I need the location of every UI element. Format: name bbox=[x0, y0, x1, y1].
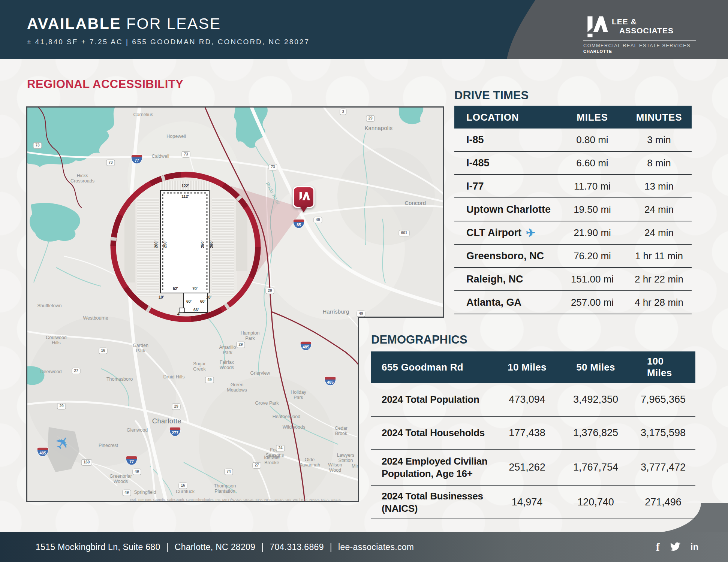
us-highway-shield-24: 24 bbox=[276, 445, 285, 451]
demographics-table: 2024 Total Population473,0943,492,3507,9… bbox=[371, 383, 695, 519]
footer-website[interactable]: lee-associates.com bbox=[338, 542, 414, 552]
demographic-value: 7,965,365 bbox=[641, 394, 686, 405]
twitter-icon[interactable] bbox=[670, 542, 681, 552]
column-10-miles: 10 Miles bbox=[508, 362, 547, 373]
drive-time-location: Greensboro, NC bbox=[466, 250, 544, 262]
us-highway-shield-29: 29 bbox=[57, 403, 66, 410]
drive-time-miles: 11.70 mi bbox=[574, 181, 611, 192]
column-50-miles: 50 Miles bbox=[576, 362, 615, 373]
us-highway-shield-73: 73 bbox=[33, 142, 42, 149]
drive-time-location: CLT Airport✈ bbox=[466, 226, 535, 239]
demographic-value: 14,974 bbox=[512, 496, 543, 508]
dimension-label: 260' bbox=[209, 241, 214, 248]
us-highway-shield-49: 49 bbox=[357, 311, 365, 317]
drive-time-minutes: 24 min bbox=[644, 227, 674, 239]
footer-separator: | bbox=[166, 542, 169, 552]
title-for-lease: FOR LEASE bbox=[121, 15, 221, 32]
property-pin[interactable] bbox=[293, 186, 315, 215]
drive-time-miles: 6.60 mi bbox=[576, 157, 608, 169]
title-block: AVAILABLE FOR LEASE ± 41,840 SF + 7.25 A… bbox=[27, 15, 310, 46]
flyer-page: AVAILABLE FOR LEASE ± 41,840 SF + 7.25 A… bbox=[0, 0, 728, 562]
pin-tail bbox=[300, 206, 307, 212]
section-title: REGIONAL ACCESSIBILITY bbox=[27, 78, 183, 91]
drive-time-miles: 21.90 mi bbox=[574, 227, 611, 239]
lee-associates-logo: LEE & ASSOCIATES COMMERCIAL REAL ESTATE … bbox=[583, 15, 703, 54]
page-title: AVAILABLE FOR LEASE bbox=[27, 15, 310, 33]
logo-tagline: COMMERCIAL REAL ESTATE SERVICES bbox=[583, 43, 703, 48]
drive-time-minutes: 1 hr 11 min bbox=[635, 250, 683, 262]
demographics-table-header: 655 Goodman Rd 10 Miles 50 Miles 100 Mil… bbox=[371, 351, 695, 383]
linkedin-icon[interactable]: in bbox=[691, 542, 699, 552]
drive-time-row: I-850.80 mi3 min bbox=[454, 129, 692, 152]
drive-time-miles: 0.80 mi bbox=[576, 134, 608, 146]
dimension-label: 260' bbox=[154, 241, 158, 248]
logo-office: CHARLOTTE bbox=[583, 49, 703, 54]
dimension-label: 250' bbox=[200, 241, 205, 248]
header: AVAILABLE FOR LEASE ± 41,840 SF + 7.25 A… bbox=[0, 0, 728, 59]
us-highway-shield-49: 49 bbox=[205, 377, 214, 383]
demographic-label: 2024 Employed Civilian Population, Age 1… bbox=[382, 455, 498, 480]
site-plan-inset: 122'112'260'250'250'260'52'70'10'10'60'6… bbox=[113, 175, 258, 326]
dimension-label: 10' bbox=[206, 295, 211, 299]
footer-address: 1515 Mockingbird Ln, Suite 680 bbox=[36, 542, 160, 552]
logo-line1: LEE & bbox=[612, 17, 674, 26]
dimension-label: 66' bbox=[193, 308, 199, 312]
drive-times-table: I-850.80 mi3 minI-4856.60 mi8 minI-7711.… bbox=[454, 129, 692, 314]
drive-time-location: I-77 bbox=[466, 181, 484, 192]
us-highway-shield-73: 73 bbox=[181, 151, 190, 158]
la-pin-monogram-icon bbox=[297, 191, 310, 203]
demographic-value: 251,262 bbox=[509, 462, 545, 473]
column-location: LOCATION bbox=[466, 111, 519, 123]
us-highway-shield-27: 27 bbox=[252, 462, 261, 469]
dimension-label: 70' bbox=[192, 286, 198, 291]
column-address: 655 Goodman Rd bbox=[382, 362, 463, 373]
demographic-value: 1,376,825 bbox=[573, 427, 618, 439]
drive-time-row: I-7711.70 mi13 min bbox=[454, 175, 692, 198]
demographic-value: 1,767,754 bbox=[573, 462, 618, 473]
facebook-icon[interactable]: f bbox=[656, 541, 660, 553]
drive-time-row: Greensboro, NC76.20 mi1 hr 11 min bbox=[454, 245, 692, 268]
footer-city: Charlotte, NC 28209 bbox=[175, 542, 255, 552]
demographic-value: 3,777,472 bbox=[641, 462, 686, 473]
demographics-heading: DEMOGRAPHICS bbox=[371, 333, 467, 347]
airplane-icon: ✈ bbox=[526, 226, 535, 239]
drive-time-row: I-4856.60 mi8 min bbox=[454, 152, 692, 175]
footer-contact: 1515 Mockingbird Ln, Suite 680 | Charlot… bbox=[36, 542, 414, 552]
us-highway-shield-73: 73 bbox=[106, 160, 115, 166]
footer-separator: | bbox=[330, 542, 332, 552]
us-highway-shield-29: 29 bbox=[236, 342, 245, 348]
us-highway-shield-27: 27 bbox=[72, 368, 80, 374]
us-highway-shield-160: 160 bbox=[81, 459, 92, 466]
us-highway-shield-16: 16 bbox=[99, 348, 107, 354]
drive-time-row: CLT Airport✈21.90 mi24 min bbox=[454, 221, 692, 245]
dimension-label: 250' bbox=[163, 241, 167, 248]
dimension-label: 52' bbox=[173, 286, 178, 291]
demographic-value: 3,175,598 bbox=[641, 427, 686, 439]
drive-time-miles: 19.50 mi bbox=[574, 204, 611, 215]
us-highway-shield-29: 29 bbox=[265, 288, 274, 294]
drive-time-location: Atlanta, GA bbox=[466, 297, 521, 308]
dimension-label: 10' bbox=[159, 295, 164, 299]
us-highway-shield-16: 16 bbox=[178, 483, 187, 489]
us-highway-shield-49: 49 bbox=[313, 217, 322, 223]
footer-social: f in bbox=[656, 541, 699, 553]
drive-time-location: I-85 bbox=[466, 134, 484, 146]
demographic-label: 2024 Total Population bbox=[382, 393, 498, 406]
drive-time-minutes: 8 min bbox=[647, 157, 671, 169]
drive-time-minutes: 4 hr 28 min bbox=[635, 297, 683, 308]
footer-separator: | bbox=[261, 542, 264, 552]
drive-time-miles: 151.00 mi bbox=[571, 274, 614, 285]
drive-time-row: Atlanta, GA257.00 mi4 hr 28 min bbox=[454, 291, 692, 314]
us-highway-shield-3: 3 bbox=[340, 109, 346, 115]
us-highway-shield-49: 49 bbox=[122, 490, 131, 496]
us-highway-shield-29: 29 bbox=[366, 115, 374, 122]
drive-time-row: Uptown Charlotte19.50 mi24 min bbox=[454, 198, 692, 221]
la-pin-icon bbox=[293, 186, 315, 208]
drive-times-heading: DRIVE TIMES bbox=[454, 89, 529, 102]
drive-times-table-header: LOCATION MILES MINUTES bbox=[454, 106, 692, 129]
property-subtitle: ± 41,840 SF + 7.25 AC | 655 GOODMAN RD, … bbox=[27, 38, 310, 46]
drive-time-location: Raleigh, NC bbox=[466, 274, 523, 285]
column-minutes: MINUTES bbox=[636, 111, 682, 123]
drive-time-location: I-485 bbox=[466, 157, 490, 169]
us-highway-shield-29: 29 bbox=[172, 404, 180, 410]
